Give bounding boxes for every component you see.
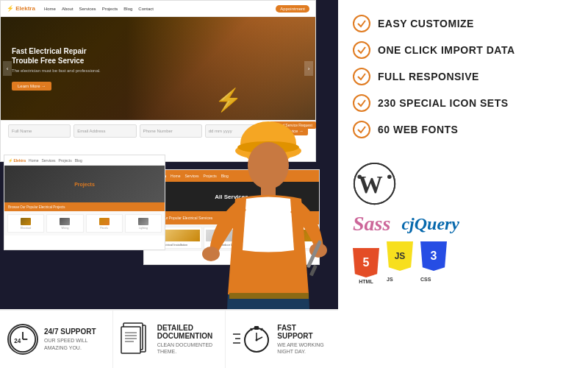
- feature-label-3: FULL RESPONSIVE: [378, 71, 479, 82]
- tech-badges-row: 5 HTML JS JS 3 CSS: [353, 241, 573, 284]
- svg-rect-4: [261, 185, 276, 197]
- svg-point-3: [248, 142, 289, 189]
- check-icon-3: [353, 68, 370, 85]
- sass-logo: Sass: [353, 212, 390, 236]
- nav-logo-1: ⚡ Elektra: [7, 5, 35, 12]
- tech-row-1: W: [353, 162, 573, 206]
- left-panel: ⚡ Elektra Home About Services Projects B…: [0, 0, 338, 368]
- js-label: JS: [387, 277, 393, 282]
- doc-icon: [121, 321, 151, 358]
- feature-item-5: 60 WEB FONTS: [353, 121, 573, 138]
- navbar-2: ⚡ Elektra Home Services Projects Blog: [4, 155, 165, 166]
- project-card-1: Electrical: [7, 214, 44, 233]
- svg-rect-8: [309, 265, 318, 277]
- fast-support-text: FAST SUPPORT WE ARE WORKING NIGHT DAY.: [277, 324, 331, 355]
- hero-cta-btn[interactable]: Learn More →: [12, 82, 51, 91]
- svg-rect-16: [121, 327, 140, 353]
- svg-text:24: 24: [14, 338, 21, 344]
- css3-shape: 3: [420, 241, 447, 271]
- check-icon-2: [353, 41, 370, 59]
- nav-appointment-btn[interactable]: Appointment: [276, 5, 309, 13]
- documentation-feature: DETAILED DOCUMENTION CLEAN DOCUMENTED TH…: [113, 311, 226, 368]
- wordpress-logo: W: [353, 162, 397, 206]
- feature-item-2: ONE CLICK IMPORT DATA: [353, 41, 573, 59]
- svg-text:W: W: [358, 171, 382, 198]
- navbar-1: ⚡ Elektra Home About Services Projects B…: [1, 1, 315, 17]
- documentation-text: DETAILED DOCUMENTION CLEAN DOCUMENTED TH…: [157, 324, 218, 355]
- svg-rect-25: [254, 326, 259, 330]
- bottom-strip: 24 24/7 SUPPORT OUR SPEED WILL AMAZING Y…: [0, 309, 338, 368]
- hero-title: Fast Electrical RepairTrouble Free Servi…: [12, 46, 101, 66]
- clock-icon: 24: [7, 324, 38, 355]
- nav-links-1: Home About Services Projects Blog Contac…: [44, 7, 276, 11]
- hero-subtitle: The electrician must be fast and profess…: [12, 68, 101, 73]
- css-label: CSS: [420, 277, 431, 282]
- fast-support-feature: FAST SUPPORT WE ARE WORKING NIGHT DAY.: [226, 311, 338, 368]
- tech-row-2: Sass cjQuery: [353, 212, 573, 236]
- check-icon-5: [353, 121, 370, 138]
- svg-point-28: [256, 339, 258, 342]
- feature-item-1: EASY CUSTOMIZE: [353, 15, 573, 32]
- html5-badge: 5 HTML: [353, 248, 379, 284]
- feature-label-4: 230 SPECIAL ICON SETS: [378, 97, 509, 109]
- html5-shape: 5: [353, 248, 379, 277]
- check-icon-1: [353, 15, 370, 32]
- js-shape: JS: [387, 241, 413, 271]
- fullname-input[interactable]: Full Name: [8, 124, 71, 138]
- second-content: Electrical Wiring Panels Lighting: [4, 211, 165, 236]
- js-badge: JS JS: [387, 241, 413, 284]
- project-card-3: Panels: [86, 214, 123, 233]
- jquery-logo: cjQuery: [401, 214, 459, 234]
- hero-prev-arrow[interactable]: ‹: [3, 61, 12, 76]
- feature-list: EASY CUSTOMIZE ONE CLICK IMPORT DATA FUL…: [353, 15, 573, 147]
- html-label: HTML: [359, 279, 373, 284]
- feature-item-3: FULL RESPONSIVE: [353, 68, 573, 85]
- project-card-4: Lighting: [125, 214, 162, 233]
- projects-grid: Electrical Wiring Panels Lighting: [7, 214, 162, 233]
- nav-logo-2: ⚡ Elektra: [8, 158, 26, 163]
- email-input[interactable]: Email Address: [74, 124, 136, 138]
- svg-point-5: [202, 247, 220, 261]
- hero-next-arrow[interactable]: ›: [304, 61, 313, 76]
- second-hero: Projects: [4, 166, 165, 202]
- feature-label-1: EASY CUSTOMIZE: [378, 18, 474, 29]
- project-card-2: Wiring: [46, 214, 83, 233]
- support-text: 24/7 SUPPORT OUR SPEED WILL AMAZING YOU.: [44, 328, 105, 350]
- website-preview-2: ⚡ Elektra Home Services Projects Blog Pr…: [4, 155, 165, 250]
- svg-point-35: [387, 175, 392, 180]
- css3-badge: 3 CSS: [420, 241, 447, 284]
- svg-rect-9: [229, 293, 309, 299]
- support-feature: 24 24/7 SUPPORT OUR SPEED WILL AMAZING Y…: [0, 311, 113, 368]
- svg-point-34: [357, 175, 362, 180]
- feature-item-4: 230 SPECIAL ICON SETS: [353, 94, 573, 112]
- feature-label-5: 60 WEB FONTS: [378, 124, 458, 135]
- check-icon-4: [353, 94, 370, 112]
- feature-label-2: ONE CLICK IMPORT DATA: [378, 44, 515, 56]
- right-panel: EASY CUSTOMIZE ONE CLICK IMPORT DATA FUL…: [338, 0, 588, 368]
- tech-section: W Sass cjQuery 5 HTML JS: [353, 162, 573, 284]
- hero-text: Fast Electrical RepairTrouble Free Servi…: [12, 46, 101, 91]
- browse-bar-2: Browse Our Popular Electrical Projects: [4, 202, 165, 211]
- timer-icon: [233, 322, 271, 353]
